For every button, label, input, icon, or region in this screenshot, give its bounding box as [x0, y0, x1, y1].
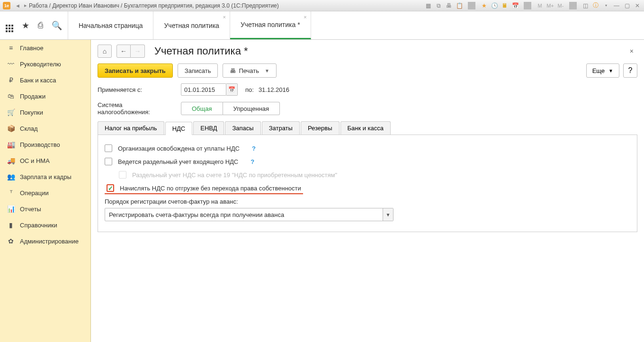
subtab-reserves[interactable]: Резервы [301, 121, 340, 135]
sidebar-label: Главное [20, 45, 44, 52]
sections-icon[interactable] [6, 19, 13, 32]
sidebar-item-production[interactable]: 🏭Производство [0, 136, 90, 153]
sidebar-item-salary[interactable]: 👥Зарплата и кадры [0, 169, 90, 185]
subtab-stock[interactable]: Запасы [225, 121, 260, 135]
sidebar-label: Зарплата и кадры [20, 173, 72, 180]
sidebar-item-directories[interactable]: ▮Справочники [0, 217, 90, 233]
help-icon[interactable]: ? [250, 158, 254, 165]
tax-simplified-button[interactable]: Упрощенная [223, 102, 280, 115]
exempt-row: Организация освобождена от уплаты НДС ? [103, 142, 632, 155]
date-picker-icon[interactable]: 📅 [226, 83, 238, 96]
tab-policy-label: Учетная политика [164, 22, 219, 29]
exempt-checkbox[interactable] [105, 144, 112, 152]
save-close-button[interactable]: Записать и закрыть [98, 63, 173, 78]
sidebar-label: Руководителю [20, 61, 61, 68]
tax-system-label: Система налогообложения: [98, 101, 176, 116]
m-icon[interactable]: M [536, 2, 544, 9]
tab-close-icon[interactable]: × [223, 14, 225, 20]
subtab-bank[interactable]: Банк и касса [340, 121, 391, 135]
more-button[interactable]: Еще▼ [586, 63, 619, 78]
accrue-checkbox[interactable] [107, 184, 114, 192]
people-icon: 👥 [7, 173, 15, 180]
help-button[interactable]: ? [623, 63, 637, 78]
history-back-icon[interactable]: ◄ [15, 3, 20, 9]
sidebar-label: Банк и касса [20, 77, 56, 84]
cart-icon: 🛒 [7, 108, 15, 116]
tax-system-row: Система налогообложения: Общая Упрощенна… [91, 99, 644, 118]
info-icon[interactable]: ⓘ [592, 2, 599, 9]
pin-icon[interactable]: ⎙ [38, 20, 43, 30]
sidebar-label: Склад [20, 125, 38, 132]
home-button[interactable]: ⌂ [98, 45, 112, 58]
app-logo: 1e [3, 2, 10, 9]
sidebar-item-main[interactable]: ≡Главное [0, 40, 90, 56]
m-plus-icon[interactable]: M+ [546, 2, 554, 9]
bars-icon: 📊 [7, 205, 15, 213]
chevron-down-icon[interactable]: ▼ [383, 208, 393, 221]
close-page-icon[interactable]: × [626, 45, 637, 57]
icon-d[interactable]: 📋 [456, 2, 463, 9]
subtab-costs[interactable]: Затраты [262, 121, 300, 135]
subtab-envd[interactable]: ЕНВД [193, 121, 224, 135]
sidebar-label: Покупки [20, 109, 43, 116]
split-sub-row: Раздельный учет НДС на счете 19 "НДС по … [103, 168, 632, 181]
back-button[interactable]: ← [116, 45, 131, 58]
favorite-icon[interactable]: ★ [480, 2, 488, 9]
split-sub-label: Раздельный учет НДС на счете 19 "НДС по … [132, 171, 337, 179]
subtab-profit-tax[interactable]: Налог на прибыль [98, 121, 164, 135]
save-button[interactable]: Записать [178, 63, 218, 78]
sidebar-label: ОС и НМА [20, 157, 50, 164]
icon-a[interactable]: ▦ [424, 2, 432, 9]
invoice-order-select[interactable]: Регистрировать счета-фактуры всегда при … [105, 208, 394, 221]
sidebar-item-assets[interactable]: 🚚ОС и НМА [0, 153, 90, 169]
sidebar-item-manager[interactable]: 〰Руководителю [0, 56, 90, 72]
panel-icon[interactable]: ◫ [581, 2, 589, 9]
sidebar-item-bank[interactable]: ₽Банк и касса [0, 72, 90, 88]
tax-general-button[interactable]: Общая [181, 102, 223, 115]
maximize-icon[interactable]: ▢ [623, 2, 631, 9]
sidebar-item-sales[interactable]: 🛍Продажи [0, 88, 90, 104]
sub-tab-strip: Налог на прибыль НДС ЕНВД Запасы Затраты… [91, 118, 644, 135]
minimize-icon[interactable]: — [613, 2, 620, 9]
print-button[interactable]: 🖶Печать▼ [223, 63, 277, 78]
split-sub-checkbox [119, 171, 126, 179]
forward-button[interactable]: → [131, 45, 145, 58]
box-icon: 📦 [7, 125, 15, 132]
star-icon[interactable]: ★ [22, 20, 29, 31]
tab-start-label: Начальная страница [79, 22, 143, 29]
info-drop-icon[interactable]: ▾ [602, 2, 610, 9]
m-minus-icon[interactable]: M- [557, 2, 564, 9]
print-label: Печать [239, 67, 259, 74]
history-icon[interactable]: 🕓 [491, 2, 498, 9]
tab-start-page[interactable]: Начальная страница [68, 11, 153, 39]
icon-c[interactable]: 🖶 [445, 2, 453, 9]
more-label: Еще [592, 67, 605, 74]
help-icon[interactable]: ? [252, 145, 256, 152]
sidebar-item-operations[interactable]: ᵀОперации [0, 185, 90, 201]
split-checkbox[interactable] [105, 158, 112, 165]
accrue-row: Начислять НДС по отгрузке без перехода п… [105, 181, 303, 194]
chart-icon: 〰 [7, 60, 15, 68]
tab-accounting-policy[interactable]: Учетная политика× [153, 11, 230, 39]
sidebar-label: Продажи [20, 93, 45, 100]
truck-icon: 🚚 [7, 157, 15, 164]
tax-system-segmented: Общая Упрощенная [181, 102, 280, 115]
subtab-nds[interactable]: НДС [165, 122, 193, 135]
chevron-down-icon: ▼ [265, 68, 269, 73]
tab-accounting-policy-modified[interactable]: Учетная политика *× [230, 11, 311, 39]
icon-b[interactable]: ⧉ [435, 2, 442, 9]
sidebar-label: Операции [20, 189, 49, 197]
calc-icon[interactable]: 🖩 [501, 2, 509, 9]
sidebar-item-purchases[interactable]: 🛒Покупки [0, 104, 90, 120]
sidebar-item-warehouse[interactable]: 📦Склад [0, 120, 90, 136]
date-from-input[interactable]: 01.01.2015 [181, 83, 226, 96]
sidebar-item-reports[interactable]: 📊Отчеты [0, 201, 90, 217]
sidebar-item-admin[interactable]: ✿Администрирование [0, 233, 90, 249]
search-icon[interactable]: 🔍 [52, 20, 62, 31]
calendar-icon[interactable]: 📅 [511, 2, 519, 9]
menu-icon: ≡ [7, 44, 15, 52]
history-fwd-icon[interactable]: ▸ [24, 2, 27, 9]
close-window-icon[interactable]: ✕ [634, 2, 641, 9]
tab-close-icon[interactable]: × [304, 14, 306, 20]
invoice-order-value: Регистрировать счета-фактуры всегда при … [105, 211, 383, 218]
